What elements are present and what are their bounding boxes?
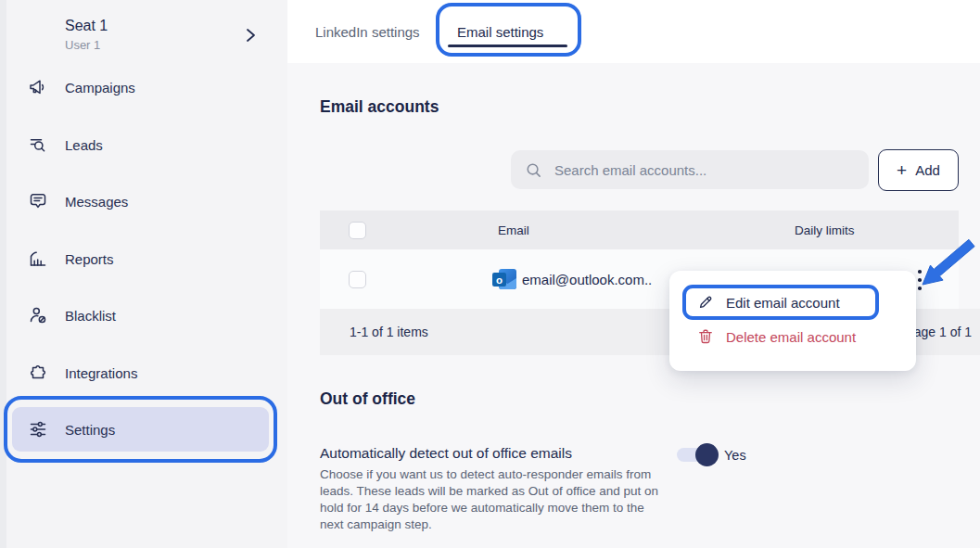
active-tab-underline <box>448 45 567 47</box>
row-email-address: email@outlook.com.. <box>522 272 652 287</box>
plus-icon: + <box>897 161 907 179</box>
items-count: 1-1 of 1 items <box>350 325 428 339</box>
tab-label: Email settings <box>457 24 543 40</box>
sidebar-item-blacklist[interactable]: Blacklist <box>0 293 287 338</box>
user-blocked-icon <box>27 304 49 326</box>
sidebar-item-leads[interactable]: Leads <box>0 122 287 167</box>
sidebar-item-label: Integrations <box>65 365 137 381</box>
column-header-daily-limits: Daily limits <box>795 210 855 249</box>
sidebar-item-label: Reports <box>65 251 114 267</box>
chevron-right-icon <box>240 25 261 45</box>
sidebar-item-messages[interactable]: Messages <box>0 179 287 223</box>
menu-item-delete-email-account[interactable]: Delete email account <box>669 321 916 352</box>
seat-subtitle: User 1 <box>65 38 100 52</box>
search-input[interactable] <box>553 161 834 179</box>
auto-detect-toggle[interactable] <box>677 448 717 462</box>
seat-selector[interactable]: Seat 1 User 1 <box>0 7 287 56</box>
megaphone-icon <box>27 76 49 98</box>
tab-email-settings[interactable]: Email settings <box>457 0 543 63</box>
tab-linkedin-settings[interactable]: LinkedIn settings <box>315 0 420 63</box>
chart-icon <box>27 248 49 270</box>
sliders-icon <box>27 418 49 440</box>
outlook-icon: o <box>491 267 517 292</box>
tab-label: LinkedIn settings <box>315 24 420 40</box>
search-list-icon <box>27 134 49 156</box>
auto-detect-description: Choose if you want us to detect auto-res… <box>320 466 661 533</box>
app-window: Seat 1 User 1 Campaigns Leads <box>0 0 980 548</box>
table-header: Email Daily limits <box>320 210 959 249</box>
svg-text:o: o <box>496 274 503 286</box>
toggle-state-label: Yes <box>724 448 746 463</box>
sidebar-item-label: Messages <box>65 194 128 210</box>
trash-icon <box>696 327 715 346</box>
edit-pencil-icon <box>696 293 715 312</box>
sidebar-item-reports[interactable]: Reports <box>0 236 287 281</box>
sidebar-item-label: Campaigns <box>65 80 135 96</box>
add-button-label: Add <box>915 162 940 178</box>
sidebar-item-campaigns[interactable]: Campaigns <box>0 65 287 109</box>
sidebar-item-label: Leads <box>65 137 103 153</box>
sidebar-item-integrations[interactable]: Integrations <box>0 350 287 395</box>
auto-detect-label: Automatically detect out of office email… <box>320 445 572 462</box>
search-field <box>511 150 869 189</box>
toggle-knob <box>695 443 719 466</box>
puzzle-icon <box>27 362 49 384</box>
menu-item-label: Edit email account <box>726 295 840 311</box>
sidebar-item-label: Blacklist <box>65 308 116 324</box>
sidebar-item-label: Settings <box>65 422 115 438</box>
email-accounts-title: Email accounts <box>320 97 439 117</box>
out-of-office-title: Out of office <box>320 389 415 409</box>
row-checkbox[interactable] <box>349 271 366 288</box>
seat-title: Seat 1 <box>65 18 108 34</box>
menu-item-label: Delete email account <box>726 329 856 345</box>
row-actions-dropdown: Edit email account Delete email account <box>669 271 916 371</box>
menu-item-edit-email-account[interactable]: Edit email account <box>669 287 916 318</box>
sidebar: Seat 1 User 1 Campaigns Leads <box>0 0 287 548</box>
chat-bubble-icon <box>27 190 49 212</box>
column-header-email: Email <box>498 210 529 249</box>
search-icon <box>525 161 542 179</box>
sidebar-item-settings[interactable]: Settings <box>0 407 287 452</box>
add-button[interactable]: + Add <box>878 149 959 191</box>
select-all-checkbox[interactable] <box>349 222 366 239</box>
